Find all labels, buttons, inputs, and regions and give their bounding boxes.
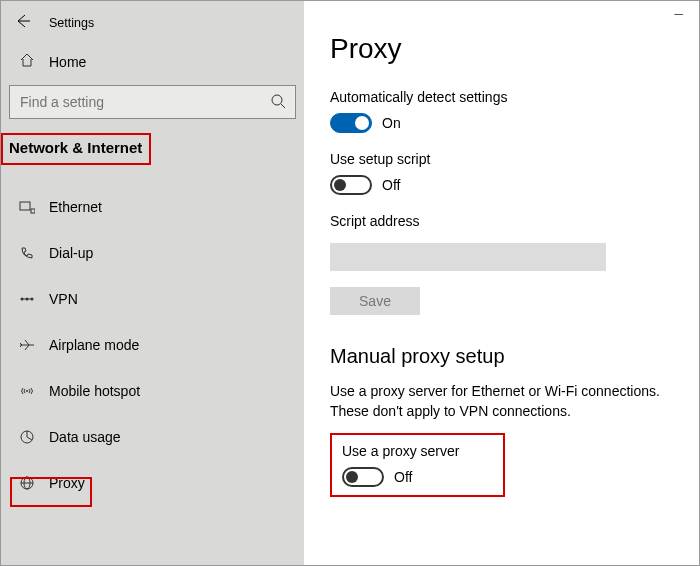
annotation-box — [10, 477, 92, 507]
manual-heading: Manual proxy setup — [330, 345, 699, 368]
category-header: Network & Internet — [1, 133, 304, 170]
minimize-icon[interactable]: ─ — [674, 7, 683, 21]
sidebar-item-proxy[interactable]: Proxy — [1, 460, 304, 506]
data-icon — [19, 429, 35, 445]
manual-description: Use a proxy server for Ethernet or Wi-Fi… — [330, 382, 670, 421]
use-proxy-toggle[interactable] — [342, 467, 384, 487]
airplane-icon — [19, 337, 35, 353]
setup-script-section: Use setup script Off — [330, 151, 699, 195]
sidebar-item-label: VPN — [49, 291, 78, 307]
svg-rect-2 — [31, 209, 35, 213]
sidebar-item-airplane[interactable]: Airplane mode — [1, 322, 304, 368]
auto-detect-toggle-row: On — [330, 113, 699, 133]
sidebar-item-hotspot[interactable]: Mobile hotspot — [1, 368, 304, 414]
sidebar-item-label: Ethernet — [49, 199, 102, 215]
window-title: Settings — [49, 16, 94, 30]
setup-script-label: Use setup script — [330, 151, 699, 167]
setup-script-toggle[interactable] — [330, 175, 372, 195]
search-wrap — [9, 85, 296, 119]
main-panel: ─ Proxy Automatically detect settings On… — [304, 1, 699, 565]
title-bar: Settings — [1, 9, 304, 42]
auto-detect-label: Automatically detect settings — [330, 89, 699, 105]
svg-point-0 — [272, 95, 282, 105]
use-proxy-label: Use a proxy server — [342, 443, 493, 459]
window-controls: ─ — [330, 1, 699, 21]
vpn-icon — [19, 291, 35, 307]
home-icon — [19, 52, 35, 71]
sidebar-item-label: Mobile hotspot — [49, 383, 140, 399]
sidebar-item-datausage[interactable]: Data usage — [1, 414, 304, 460]
script-address-section: Script address Save — [330, 213, 699, 315]
home-link[interactable]: Home — [1, 42, 304, 85]
search-icon — [270, 93, 286, 109]
page-title: Proxy — [330, 33, 699, 65]
settings-window: Settings Home Network & Internet Etherne… — [0, 0, 700, 566]
sidebar-item-label: Data usage — [49, 429, 121, 445]
sidebar-item-dialup[interactable]: Dial-up — [1, 230, 304, 276]
setup-script-toggle-row: Off — [330, 175, 699, 195]
phone-icon — [19, 245, 35, 261]
annotation-box: Use a proxy server Off — [330, 433, 505, 497]
auto-detect-toggle[interactable] — [330, 113, 372, 133]
toggle-state: Off — [394, 469, 412, 485]
sidebar-item-vpn[interactable]: VPN — [1, 276, 304, 322]
hotspot-icon — [19, 383, 35, 399]
ethernet-icon — [19, 199, 35, 215]
svg-rect-1 — [20, 202, 30, 210]
save-button[interactable]: Save — [330, 287, 420, 315]
sidebar-item-label: Dial-up — [49, 245, 93, 261]
sidebar-item-label: Airplane mode — [49, 337, 139, 353]
use-proxy-toggle-row: Off — [342, 467, 493, 487]
sidebar: Settings Home Network & Internet Etherne… — [1, 1, 304, 565]
toggle-state: Off — [382, 177, 400, 193]
auto-detect-section: Automatically detect settings On — [330, 89, 699, 133]
nav-list: Ethernet Dial-up VPN Airplane mode Mobil… — [1, 184, 304, 506]
svg-point-6 — [26, 390, 28, 392]
script-address-label: Script address — [330, 213, 699, 229]
toggle-state: On — [382, 115, 401, 131]
annotation-box — [1, 133, 151, 165]
search-input[interactable] — [9, 85, 296, 119]
sidebar-item-ethernet[interactable]: Ethernet — [1, 184, 304, 230]
home-label: Home — [49, 54, 86, 70]
back-icon[interactable] — [15, 13, 31, 32]
script-address-input[interactable] — [330, 243, 606, 271]
